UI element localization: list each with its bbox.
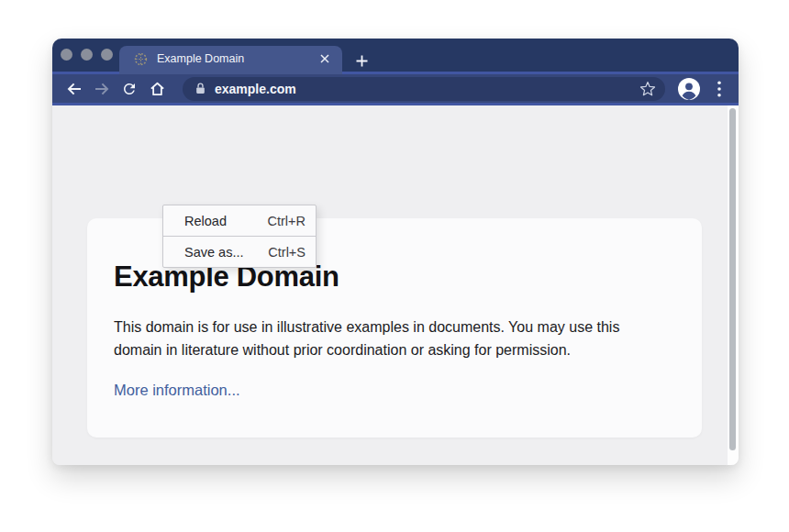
window-title-bar: Example Domain: [52, 39, 739, 72]
traffic-lights: [61, 49, 113, 61]
context-menu: Reload Ctrl+R Save as... Ctrl+S: [162, 205, 317, 268]
lock-icon[interactable]: [194, 82, 206, 95]
favicon-globe-icon: [134, 52, 148, 66]
scrollbar-track[interactable]: [728, 105, 739, 465]
tab-title: Example Domain: [157, 52, 317, 65]
bookmark-star-icon[interactable]: [638, 79, 658, 99]
profile-avatar-icon[interactable]: [677, 77, 701, 101]
scrollbar-thumb[interactable]: [729, 108, 736, 450]
menu-item-shortcut: Ctrl+R: [268, 214, 306, 228]
new-tab-button[interactable]: [351, 50, 372, 71]
more-information-link[interactable]: More information...: [114, 382, 240, 399]
screenshot-stage: Example Domain: [0, 0, 789, 532]
home-button[interactable]: [146, 78, 168, 100]
page-viewport: Example Domain This domain is for use in…: [52, 105, 739, 465]
forward-button[interactable]: [91, 78, 113, 100]
menu-item-shortcut: Ctrl+S: [268, 245, 306, 260]
tab-close-icon[interactable]: [317, 50, 333, 67]
close-window-button[interactable]: [61, 49, 72, 61]
page-paragraph: This domain is for use in illustrative e…: [114, 316, 653, 361]
reload-button[interactable]: [118, 78, 140, 100]
browser-toolbar: example.com: [52, 74, 739, 103]
address-bar[interactable]: example.com: [183, 77, 665, 101]
url-text: example.com: [215, 82, 638, 96]
menu-item-label: Reload: [184, 214, 227, 228]
zoom-window-button[interactable]: [101, 49, 113, 61]
minimize-window-button[interactable]: [81, 49, 93, 61]
menu-item-save-as[interactable]: Save as... Ctrl+S: [163, 237, 316, 267]
menu-item-label: Save as...: [184, 245, 243, 260]
back-button[interactable]: [63, 78, 85, 100]
browser-menu-icon[interactable]: [709, 78, 729, 100]
browser-window: Example Domain: [52, 39, 739, 465]
menu-item-reload[interactable]: Reload Ctrl+R: [163, 205, 316, 236]
browser-tab[interactable]: Example Domain: [119, 46, 342, 74]
